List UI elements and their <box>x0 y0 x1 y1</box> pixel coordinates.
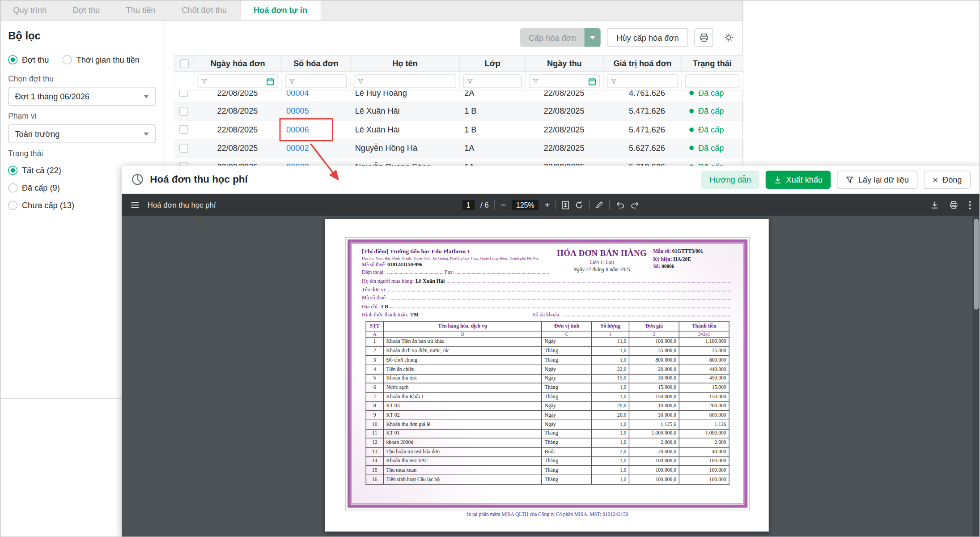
scrollbar-thumb[interactable] <box>974 219 979 310</box>
sidebar-toggle-button[interactable] <box>131 200 140 209</box>
invoice-item-row: 10Khoản thu đơn giá lẻNgày1,01.125,61.12… <box>366 420 729 429</box>
radio-icon[interactable] <box>8 55 17 64</box>
filter-ngay-hoa-don[interactable] <box>198 74 278 88</box>
pdf-scrollbar[interactable] <box>972 216 980 537</box>
pdf-print-button[interactable] <box>950 200 959 209</box>
invoice-items-table: STT Tên hàng hóa, dịch vụ Đơn vị tính Số… <box>365 321 729 484</box>
cell-amount: 5.471.626 <box>603 121 681 139</box>
tab-dot-thu[interactable]: Đợt thu <box>59 0 113 20</box>
filter-ho-ten[interactable] <box>354 74 456 88</box>
table-row[interactable]: 22/08/202500004Lê Huy Hoàng2A22/08/20254… <box>174 91 742 102</box>
invoice-buyer: Lê Xuân Hải <box>416 278 445 284</box>
fit-page-button[interactable] <box>562 200 569 209</box>
screen: Quy trình Đợt thu Thu tiền Chốt đợt thu … <box>0 0 980 537</box>
table-row[interactable]: 22/08/202500006Lê Xuân Hải1 B22/08/20255… <box>174 121 742 139</box>
row-checkbox[interactable] <box>179 144 188 153</box>
radio-icon[interactable] <box>8 201 17 210</box>
zoom-in-button[interactable]: + <box>544 200 550 209</box>
invoice-item-cell: 14 <box>366 456 383 466</box>
invoice-item-cell: 2 <box>366 346 383 356</box>
page-count: / 6 <box>480 200 489 209</box>
status-label: Đã cấp <box>698 91 724 98</box>
filter-trang-thai[interactable] <box>685 74 739 88</box>
invoice-table-body: 1Khoản Tiền ăn bán trú khácNgày11,0100.0… <box>366 337 729 484</box>
invoice-item-row: 12khoan 2000dTháng1,02.000,02.000 <box>366 438 729 448</box>
radio-icon[interactable] <box>8 183 17 192</box>
row-checkbox-cell <box>174 121 194 139</box>
funnel-icon <box>846 175 854 183</box>
zoom-level[interactable]: 125% <box>512 200 539 209</box>
invoice-item-cell: 100.000 <box>679 466 729 475</box>
close-button[interactable]: × Đóng <box>924 170 971 189</box>
invoice-buyer-address: 1 B <box>381 303 388 309</box>
filter-so-hoa-don[interactable] <box>285 74 347 88</box>
divider <box>556 200 556 210</box>
pen-icon <box>595 201 603 209</box>
col-ho-ten: Họ tên <box>351 55 460 71</box>
settings-button[interactable] <box>719 28 738 47</box>
radio-dot-thu[interactable]: Đợt thu <box>8 55 49 64</box>
calendar-icon[interactable] <box>266 77 274 85</box>
tab-hoa-don-tu-in[interactable]: Hoá đơn tự in <box>240 0 321 20</box>
invoice-item-cell: Khoản Tiền ăn bán trú khác <box>383 337 542 347</box>
row-checkbox[interactable] <box>179 91 188 97</box>
invoice-item-cell: 1,0 <box>592 429 629 439</box>
row-checkbox-cell <box>174 139 194 157</box>
tab-quy-trinh[interactable]: Quy trình <box>0 0 59 20</box>
invoice-number-link[interactable]: 00004 <box>286 91 309 98</box>
guide-button[interactable]: Hướng dẫn <box>701 170 759 189</box>
print-button[interactable] <box>694 28 713 47</box>
radio-icon[interactable] <box>8 166 17 175</box>
invoice-item-cell: Ngày <box>542 365 592 374</box>
invoice-item-cell: 20,0 <box>592 411 629 420</box>
invoice-item-row: 2Khoản dịch vụ điện, nước, rácTháng1,035… <box>366 346 729 356</box>
revoke-invoice-button[interactable]: Hủy cấp hóa đơn <box>607 28 688 47</box>
table-row[interactable]: 22/08/202500002Nguyễn Hồng Hà1A22/08/202… <box>174 139 742 158</box>
invoice-item-cell: 1.100.000 <box>679 337 729 347</box>
invoice-item-cell: Khoản thu test <box>383 374 542 384</box>
pdf-download-button[interactable] <box>931 201 939 209</box>
more-options-button[interactable] <box>969 200 972 209</box>
filter-ngay-thu[interactable] <box>529 74 600 88</box>
pdf-canvas: [Thí điểm] Trường tiểu học Edu Platform … <box>122 216 980 537</box>
invoice-item-cell: 5 <box>366 374 383 384</box>
undo-button[interactable] <box>615 201 625 209</box>
scope-select[interactable]: Toàn trường <box>8 124 156 143</box>
issue-invoice-dropdown[interactable] <box>585 28 601 47</box>
annotate-button[interactable] <box>595 201 603 209</box>
cell-invoice-date: 22/08/2025 <box>194 91 281 102</box>
invoice-item-cell: 1 <box>366 337 383 347</box>
invoice-item-cell: 10 <box>366 420 383 429</box>
issue-invoice-button[interactable]: Cấp hóa đơn <box>520 28 601 47</box>
table-row[interactable]: 22/08/202500005Lê Xuân Hải1 B22/08/20255… <box>174 102 742 120</box>
funnel-icon <box>533 78 539 85</box>
invoice-item-cell: 1.125,6 <box>629 420 679 429</box>
filter-gia-tri[interactable] <box>607 74 678 88</box>
export-button[interactable]: Xuất khẩu <box>765 170 831 189</box>
invoice-item-cell: 15,0 <box>592 374 629 384</box>
select-all-checkbox[interactable] <box>180 59 189 68</box>
invoice-number-link[interactable]: 00005 <box>286 107 309 116</box>
redo-button[interactable] <box>631 201 640 209</box>
invoice-number-link[interactable]: 00006 <box>286 125 309 134</box>
calendar-icon[interactable] <box>588 77 596 85</box>
tab-chot-dot-thu[interactable]: Chốt đợt thu <box>169 0 240 20</box>
cell-invoice-date: 22/08/2025 <box>194 102 281 120</box>
invoice-item-cell: Buổi <box>542 448 592 457</box>
invoice-number-link[interactable]: 00002 <box>286 143 309 153</box>
row-checkbox[interactable] <box>179 107 188 116</box>
rotate-button[interactable] <box>575 200 584 209</box>
tab-thu-tien[interactable]: Thu tiền <box>113 0 168 20</box>
invoice-item-cell: 150.000 <box>679 392 729 402</box>
filter-lop[interactable] <box>463 74 522 88</box>
row-checkbox[interactable] <box>179 125 188 134</box>
funnel-icon <box>201 78 208 85</box>
invoice-item-cell: 35.000,0 <box>629 346 679 356</box>
batch-select[interactable]: Đợt 1 tháng 06/2026 <box>8 87 156 106</box>
reload-data-button[interactable]: Lấy lại dữ liệu <box>837 170 917 189</box>
radio-icon[interactable] <box>63 55 72 64</box>
page-number-input[interactable]: 1 <box>462 200 475 209</box>
zoom-out-button[interactable]: − <box>501 200 506 209</box>
invoice-item-row: 13Thu hoàn trả test hóa đơnBuổi2,020.000… <box>366 448 729 457</box>
radio-thoi-gian-thu-tien[interactable]: Thời gian thu tiền <box>63 55 140 64</box>
